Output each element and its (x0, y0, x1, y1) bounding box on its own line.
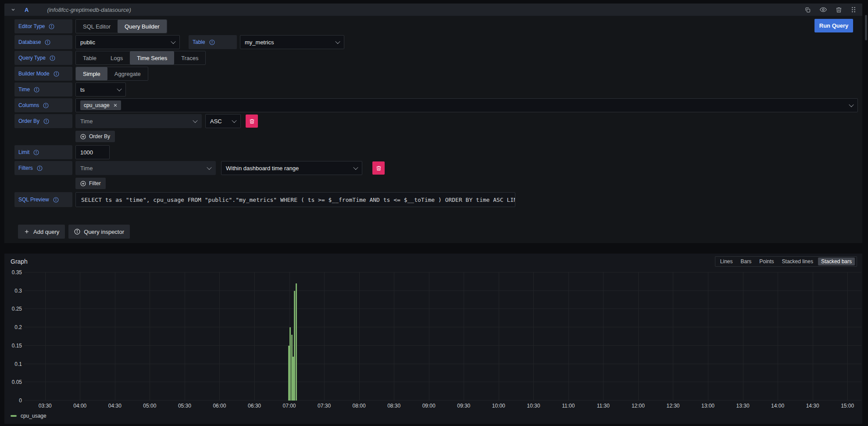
query-type-label: Query Type (14, 51, 72, 65)
query-type-table[interactable]: Table (76, 51, 104, 64)
delete-query-icon[interactable] (836, 7, 842, 13)
time-column-value: ts (80, 86, 112, 93)
graph-panel: Graph Lines Bars Points Stacked lines St… (4, 254, 862, 424)
table-select[interactable]: my_metrics (240, 35, 344, 49)
query-ref-id[interactable]: A (25, 7, 29, 13)
limit-label: Limit (14, 145, 72, 159)
chevron-down-icon (171, 39, 175, 44)
v-gridline (324, 272, 325, 401)
duplicate-query-icon[interactable] (804, 7, 811, 13)
builder-mode-simple[interactable]: Simple (76, 67, 107, 80)
mode-lines[interactable]: Lines (717, 258, 736, 265)
query-type-traces[interactable]: Traces (174, 51, 205, 64)
mode-stacked-bars[interactable]: Stacked bars (818, 258, 855, 265)
query-editor-panel: A (info8fcc-greptimedb-datasource) (4, 4, 862, 243)
mode-bars[interactable]: Bars (738, 258, 755, 265)
filter-field-select[interactable]: Time (75, 161, 216, 175)
y-tick-label: 0.05 (12, 379, 22, 385)
v-gridline (359, 272, 360, 401)
editor-type-query-builder[interactable]: Query Builder (118, 20, 166, 33)
database-select[interactable]: public (75, 35, 180, 49)
columns-multiselect[interactable]: cpu_usage (75, 98, 858, 112)
y-tick-label: 0.15 (12, 343, 22, 349)
v-gridline (254, 272, 255, 401)
query-type-group: Table Logs Time Series Traces (75, 51, 206, 65)
drag-handle-icon[interactable] (851, 7, 856, 13)
graph-title: Graph (11, 258, 28, 265)
hide-response-eye-icon[interactable] (820, 6, 827, 13)
chevron-down-icon (207, 165, 211, 170)
remove-column-icon[interactable] (113, 103, 118, 107)
time-column-select[interactable]: ts (75, 82, 126, 97)
builder-mode-row: Builder Mode Simple Aggregate (14, 67, 858, 81)
database-label: Database (14, 35, 72, 49)
query-type-time-series[interactable]: Time Series (130, 51, 174, 64)
remove-order-by-button[interactable] (246, 115, 258, 128)
scrollbar-thumb[interactable] (865, 15, 867, 40)
info-icon[interactable] (43, 118, 49, 124)
query-inspector-button[interactable]: Query inspector (68, 225, 130, 239)
info-icon[interactable] (54, 71, 59, 77)
order-by-row: Order By Time ASC (14, 114, 858, 128)
query-type-logs[interactable]: Logs (104, 51, 130, 64)
sql-preview-row: SQL Preview SELECT ts as "time", cpu_usa… (14, 192, 858, 207)
query-builder-form: Editor Type SQL Editor Query Builder Dat… (4, 16, 862, 239)
x-tick-label: 05:30 (178, 403, 191, 409)
add-query-button[interactable]: Add query (18, 225, 65, 239)
order-by-field-select[interactable]: Time (75, 114, 202, 128)
limit-value: 1000 (80, 149, 93, 156)
v-gridline (568, 272, 569, 401)
x-tick-label: 09:00 (422, 403, 436, 409)
info-icon[interactable] (53, 197, 59, 203)
order-by-direction-value: ASC (210, 118, 227, 125)
add-filter-button[interactable]: Filter (75, 178, 106, 189)
time-row: Time ts (14, 82, 858, 97)
legend-series-swatch[interactable] (11, 415, 17, 417)
add-order-by-button[interactable]: Order By (75, 131, 115, 142)
info-icon[interactable] (37, 165, 43, 171)
x-tick-label: 11:00 (562, 403, 575, 409)
builder-mode-aggregate[interactable]: Aggregate (107, 67, 148, 80)
chevron-down-icon (193, 118, 197, 123)
time-label: Time (14, 82, 72, 97)
run-query-button[interactable]: Run Query (814, 19, 853, 32)
columns-row: Columns cpu_usage (14, 98, 858, 112)
info-icon[interactable] (34, 87, 39, 93)
x-axis: 03:3004:0004:3005:0005:3006:0006:3007:00… (24, 403, 861, 411)
add-filter-label: Filter (89, 180, 101, 186)
collapse-query-icon[interactable] (11, 7, 16, 12)
info-icon[interactable] (43, 103, 49, 108)
chevron-down-icon (353, 165, 358, 170)
editor-type-sql-editor[interactable]: SQL Editor (76, 20, 118, 33)
mode-points[interactable]: Points (756, 258, 777, 265)
x-tick-label: 12:00 (632, 403, 645, 409)
columns-label: Columns (14, 98, 72, 112)
filters-label: Filters (14, 161, 72, 175)
filter-condition-value: Within dashboard time range (226, 165, 349, 172)
bar-cpu_usage (296, 283, 297, 401)
builder-mode-label: Builder Mode (14, 67, 72, 81)
info-icon[interactable] (49, 24, 54, 29)
legend-series-label[interactable]: cpu_usage (21, 413, 46, 419)
limit-input[interactable]: 1000 (75, 145, 110, 159)
info-icon[interactable] (33, 150, 39, 155)
add-query-label: Add query (33, 229, 59, 235)
editor-type-label: Editor Type (14, 19, 72, 33)
editor-type-group: SQL Editor Query Builder (75, 19, 167, 33)
grafana-edit-page: A (info8fcc-greptimedb-datasource) (0, 0, 868, 426)
query-header: A (info8fcc-greptimedb-datasource) (4, 4, 862, 16)
filters-label-text: Filters (18, 165, 33, 171)
plot-area[interactable] (24, 272, 861, 401)
remove-filter-button[interactable] (372, 161, 385, 175)
x-tick-label: 13:30 (736, 403, 750, 409)
filter-condition-select[interactable]: Within dashboard time range (221, 161, 362, 175)
order-by-direction-select[interactable]: ASC (205, 114, 241, 128)
info-icon[interactable] (209, 39, 215, 45)
info-icon[interactable] (50, 55, 55, 61)
order-by-label: Order By (14, 114, 72, 128)
info-icon[interactable] (45, 39, 50, 45)
v-gridline (813, 272, 813, 401)
limit-row: Limit 1000 (14, 145, 858, 159)
mode-stacked-lines[interactable]: Stacked lines (779, 258, 816, 265)
order-by-add-row: Order By (14, 131, 858, 142)
